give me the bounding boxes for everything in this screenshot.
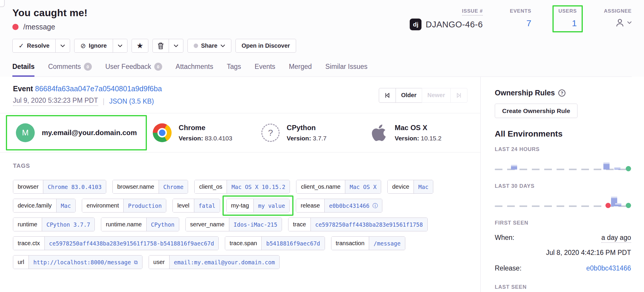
context-card-text: Mac OS XVersion: 10.15.2 — [395, 124, 441, 142]
raw-json-link[interactable]: JSON (3.5 KB) — [109, 97, 154, 105]
last-24-hours-label: LAST 24 HOURS — [495, 146, 631, 152]
ignore-dropdown-button[interactable] — [113, 39, 127, 53]
older-event-button[interactable]: Older — [396, 88, 422, 103]
context-card-version: Version: 10.15.2 — [395, 135, 441, 142]
share-button[interactable]: Share — [187, 39, 231, 53]
first-seen-heading: FIRST SEEN — [495, 220, 631, 226]
tab-label: Details — [12, 63, 34, 71]
tab-label: Merged — [289, 63, 312, 71]
issue-culprit: /message — [23, 23, 55, 31]
tab-comments[interactable]: Comments0 — [48, 63, 92, 77]
create-ownership-rule-button[interactable]: Create Ownership Rule — [495, 104, 577, 118]
chevron-down-icon — [220, 44, 225, 47]
tag-value-link[interactable]: /message — [369, 237, 405, 250]
last-30-days-sparkline[interactable] — [495, 193, 631, 212]
tag-value-link[interactable]: Idos-iMac-215 — [229, 218, 282, 231]
tab-user-feedback[interactable]: User Feedback0 — [105, 63, 162, 77]
tag-value-link[interactable]: my value — [253, 199, 290, 212]
info-icon[interactable]: ⓘ — [372, 202, 378, 209]
external-link-icon[interactable]: ⧉ — [134, 259, 138, 266]
tag-value-link[interactable]: Mac — [56, 199, 75, 212]
tag-value-link[interactable]: CPython 3.7.7 — [42, 218, 95, 231]
issue-toolbar: ✓ Resolve ⊘ Ignore ★ — [12, 39, 632, 53]
tag-pill-server_name: server_nameIdos-iMac-215 — [185, 218, 282, 231]
tab-label: Tags — [227, 63, 241, 71]
tag-value-link[interactable]: ce5978250aff4438ba283e91561f1758 — [311, 218, 427, 231]
tag-key: transaction — [331, 237, 369, 250]
tag-value-link[interactable]: b5418816f9aec67d — [261, 237, 324, 250]
event-meta: Event 86684fa63aa047e7a0540801a9d9f6ba J… — [13, 84, 162, 106]
chevron-down-icon — [174, 44, 178, 47]
tab-tags[interactable]: Tags — [227, 63, 241, 77]
users-label: USERS — [558, 8, 577, 14]
tag-row: urlhttp://localhost:8000/message⧉userema… — [13, 255, 467, 269]
tag-key: runtime.name — [101, 218, 146, 231]
tag-value-link[interactable]: Mac OS X 10.15.2 — [227, 180, 290, 193]
tab-label: Attachments — [176, 63, 213, 71]
tab-attachments[interactable]: Attachments — [176, 63, 213, 77]
first-seen-when-label: When: — [495, 234, 514, 242]
newer-event-button[interactable]: Newer — [422, 88, 451, 103]
users-count-link[interactable]: 1 — [572, 18, 577, 28]
event-timestamp: Jul 9, 2020 5:32:23 PM PDT — [13, 97, 98, 106]
event-id-link[interactable]: 86684fa63aa047e7a0540801a9d9f6ba — [35, 84, 162, 93]
tag-key: environment — [82, 199, 123, 212]
tag-key: browser.name — [113, 180, 159, 193]
help-question-icon[interactable]: ? — [558, 89, 565, 97]
delete-button[interactable] — [152, 39, 169, 53]
assignee-dropdown[interactable] — [615, 18, 632, 28]
delete-dropdown-button[interactable] — [169, 39, 183, 53]
tab-label: Events — [255, 63, 275, 71]
first-seen-release-link[interactable]: e0b0bc431466 — [586, 264, 631, 272]
tag-key: trace.span — [225, 237, 261, 250]
issue-header: You caught me! /message ISSUE # dj DJANG… — [0, 0, 644, 77]
tag-value-link[interactable]: email:my.email@your.domain.com — [169, 256, 279, 269]
tag-pill-runtime.name: runtime.nameCPython — [101, 218, 179, 231]
tag-row: trace.ctxce5978250aff4438ba283e91561f175… — [13, 236, 467, 250]
chevron-down-icon — [118, 44, 122, 47]
last-seen-heading: LAST SEEN — [495, 284, 631, 290]
event-count-bar — [511, 165, 517, 170]
tag-pill-trace.ctx: trace.ctxce5978250aff4438ba283e91561f175… — [13, 236, 219, 250]
context-card-cpython: ?CPythonVersion: 3.7.7 — [258, 124, 364, 142]
context-card-text: my.email@your.domain.com — [42, 129, 137, 137]
issue-title: You caught me! — [12, 7, 87, 19]
bookmark-star-button[interactable]: ★ — [132, 39, 148, 53]
skip-to-latest-button[interactable] — [450, 88, 467, 103]
tag-value-link[interactable]: Chrome 83.0.4103 — [43, 180, 106, 193]
oldest-event-button[interactable] — [379, 88, 396, 103]
tag-value-link[interactable]: Production — [123, 199, 166, 212]
events-count-link[interactable]: 7 — [526, 18, 531, 28]
tab-similar-issues[interactable]: Similar Issues — [325, 63, 367, 77]
skip-to-last-icon — [456, 92, 462, 98]
last-24-hours-sparkline[interactable] — [495, 157, 631, 175]
event-label: Event — [13, 84, 33, 93]
events-label: EVENTS — [510, 8, 531, 14]
tag-pill-device: deviceMac — [387, 180, 433, 194]
tags-heading: TAGS — [13, 162, 467, 169]
ignore-button[interactable]: ⊘ Ignore — [74, 39, 113, 53]
tab-events[interactable]: Events — [255, 63, 275, 77]
tag-pill-client_os.name: client_os.nameMac OS X — [296, 180, 381, 194]
tag-value-link[interactable]: Mac OS X — [345, 180, 381, 193]
issue-short-id: DJANGO-46-6 — [426, 20, 483, 29]
tag-value-link[interactable]: Chrome — [159, 180, 188, 193]
chevron-down-icon — [60, 44, 65, 47]
context-card-title: Chrome — [179, 124, 232, 132]
tag-pill-trace: tracece5978250aff4438ba283e91561f1758 — [288, 218, 428, 231]
tag-key: runtime — [13, 218, 42, 231]
tag-value-link[interactable]: http://localhost:8000/message⧉ — [29, 256, 142, 269]
tag-value-link[interactable]: Mac — [414, 180, 433, 193]
tag-value-link[interactable]: CPython — [146, 218, 179, 231]
event-pagination: Older Newer — [379, 88, 467, 103]
resolve-button[interactable]: ✓ Resolve — [12, 39, 56, 53]
tag-value-link[interactable]: ce5978250aff4438ba283e91561f1758-b541881… — [44, 237, 219, 250]
tab-merged[interactable]: Merged — [289, 63, 312, 77]
tab-details[interactable]: Details — [12, 63, 34, 77]
stat-users: USERS 1 — [558, 8, 577, 28]
tag-row: device.familyMacenvironmentProductionlev… — [13, 199, 467, 213]
tag-value-link[interactable]: fatal — [194, 199, 220, 212]
tag-value-link[interactable]: e0b0bc431466ⓘ — [324, 199, 382, 212]
resolve-dropdown-button[interactable] — [56, 39, 70, 53]
open-in-discover-button[interactable]: Open in Discover — [235, 39, 296, 53]
